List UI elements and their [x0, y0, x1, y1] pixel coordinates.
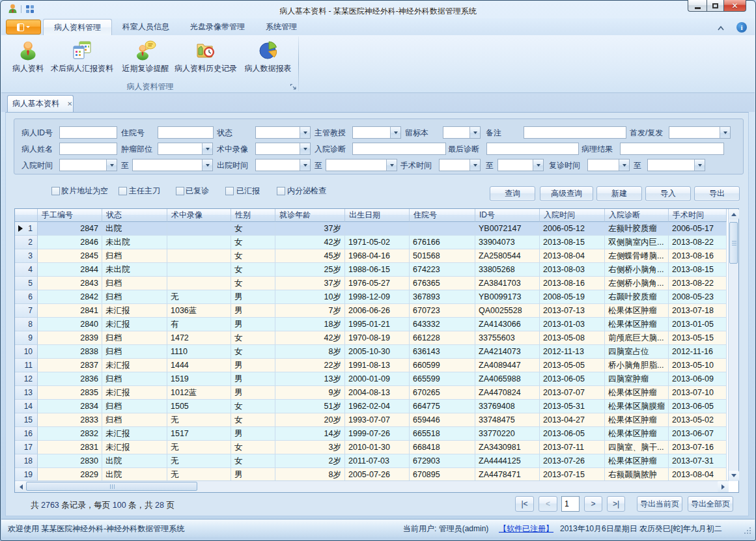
followup-date-from-select[interactable] — [587, 159, 630, 171]
grid-cell[interactable]: 51岁 — [275, 400, 345, 413]
grid-cell[interactable]: ZA4089447 — [475, 359, 540, 372]
grid-cell[interactable]: ZA4478471 — [475, 468, 540, 482]
grid-cell[interactable]: 男 — [231, 386, 275, 400]
grid-cell[interactable]: 33769408 — [475, 400, 540, 413]
grid-cell[interactable]: 右侧桥小脑角... — [605, 263, 669, 277]
grid-cell[interactable]: 2846 — [38, 236, 102, 249]
info-icon[interactable]: i — [736, 22, 747, 33]
row-selector-cell[interactable]: 8 — [15, 318, 38, 331]
grid-cell[interactable]: 2013-07-26 — [540, 454, 605, 468]
grid-cell[interactable]: 1968-04-16 — [345, 249, 410, 263]
grid-cell[interactable]: 643332 — [410, 318, 475, 331]
grid-cell[interactable]: 2013-05-05 — [540, 359, 605, 372]
grid-cell[interactable]: 2013-01-05 — [669, 318, 727, 331]
grid-cell[interactable] — [167, 277, 231, 290]
grid-cell[interactable]: 男 — [231, 318, 275, 331]
grid-cell[interactable] — [167, 236, 231, 249]
grid-cell[interactable]: 2013-01-03 — [540, 318, 605, 331]
chief-surgeon-checkbox[interactable] — [119, 187, 127, 195]
grid-row-9[interactable]: 92839归档1472女42岁1970-08-19661228337556032… — [15, 331, 727, 345]
grid-cell[interactable]: 2岁 — [275, 454, 345, 468]
grid-cell[interactable]: 归档 — [102, 331, 167, 345]
collapse-ribbon-icon[interactable] — [717, 25, 725, 31]
row-selector-cell[interactable]: 19 — [15, 468, 38, 482]
final-diagnosis-field[interactable] — [486, 143, 579, 155]
grid-cell[interactable]: 2013-08-15 — [540, 236, 605, 249]
column-header[interactable]: 入院时间 — [540, 209, 605, 222]
grid-cell[interactable]: 18岁 — [275, 318, 345, 331]
tab-close-icon[interactable]: ✕ — [67, 100, 72, 107]
close-button[interactable]: ✕ — [724, 0, 746, 12]
grid-cell[interactable]: 归档 — [102, 249, 167, 263]
grid-cell[interactable]: 1012蓝 — [167, 386, 231, 400]
registration-status-link[interactable]: 【软件已注册】 — [499, 523, 553, 534]
grid-cell[interactable]: 左侧蝶骨嵴脑... — [605, 249, 669, 263]
discharge-date-from-select[interactable] — [255, 159, 311, 171]
grid-cell[interactable]: 2013-08-15 — [669, 263, 727, 277]
grid-cell[interactable]: 1519 — [167, 372, 231, 386]
grid-cell[interactable]: 左侧桥小脑角... — [605, 277, 669, 290]
horizontal-scrollbar[interactable] — [15, 480, 729, 492]
grid-cell[interactable]: 2006-06-26 — [345, 304, 410, 318]
grid-cell[interactable]: 右颞叶胶质瘤 — [605, 290, 669, 304]
grid-cell[interactable]: 2013-08-16 — [669, 249, 727, 263]
row-selector-cell[interactable]: 6 — [15, 290, 38, 304]
grid-cell[interactable]: ZA4065988 — [475, 372, 540, 386]
grid-cell[interactable]: ZA4214073 — [475, 345, 540, 359]
grid-cell[interactable]: 四脑室肿瘤 — [605, 372, 669, 386]
row-selector-cell[interactable]: 11 — [15, 359, 38, 372]
grid-cell[interactable]: 四脑室、脑干... — [605, 441, 669, 454]
grid-cell[interactable]: 未汇报 — [102, 304, 167, 318]
grid-cell[interactable]: 未出院 — [102, 236, 167, 249]
status-select[interactable] — [255, 126, 311, 139]
combo-dropdown-button[interactable] — [300, 127, 310, 138]
dialog-launcher-icon[interactable] — [290, 83, 297, 90]
grid-cell[interactable]: 1991-08-13 — [345, 359, 410, 372]
grid-cell[interactable]: 女 — [231, 441, 275, 454]
grid-cell[interactable]: 男 — [231, 468, 275, 482]
grid-cell[interactable]: 女 — [231, 345, 275, 359]
vertical-scrollbar[interactable] — [728, 209, 738, 481]
column-header[interactable]: 手工编号 — [38, 209, 102, 222]
grid-cell[interactable]: 归档 — [102, 413, 167, 427]
grid-cell[interactable]: ZA3430981 — [475, 441, 540, 454]
grid-cell[interactable]: 2833 — [38, 413, 102, 427]
grid-cell[interactable]: 2847 — [38, 222, 102, 236]
combo-dropdown-button[interactable] — [720, 127, 730, 138]
grid-cell[interactable]: 1036蓝 — [167, 304, 231, 318]
combo-dropdown-button[interactable] — [106, 160, 117, 171]
ribbon-tab-3[interactable]: 光盘录像带管理 — [180, 19, 255, 35]
grid-cell[interactable]: 501568 — [410, 249, 475, 263]
grid-cell[interactable]: 2006-05-17 — [669, 222, 727, 236]
grid-cell[interactable]: 归档 — [102, 345, 167, 359]
column-header[interactable]: 就诊年龄 — [275, 209, 345, 222]
grid-cell[interactable]: 659446 — [410, 413, 475, 427]
grid-cell[interactable]: 33748475 — [475, 413, 540, 427]
grid-cell[interactable]: 2013-07-31 — [669, 454, 727, 468]
row-selector-header[interactable] — [15, 209, 38, 222]
combo-dropdown-button[interactable] — [694, 160, 705, 171]
patient-id-field[interactable] — [59, 126, 117, 139]
grid-cell[interactable]: 674223 — [410, 263, 475, 277]
scroll-up-button[interactable] — [729, 209, 739, 219]
import-button[interactable]: 导入 — [645, 186, 691, 201]
grid-cell[interactable]: 归档 — [102, 400, 167, 413]
vertical-scroll-thumb[interactable] — [729, 222, 738, 264]
tumor-site-select[interactable] — [158, 143, 213, 155]
specimen-select[interactable] — [443, 126, 481, 139]
combo-dropdown-button[interactable] — [619, 160, 629, 171]
admission-date-from-select[interactable] — [59, 159, 117, 171]
combo-dropdown-button[interactable] — [469, 127, 480, 138]
grid-cell[interactable]: 男 — [231, 372, 275, 386]
onset-recurrence-select[interactable] — [669, 126, 731, 139]
grid-cell[interactable]: 2843 — [38, 277, 102, 290]
grid-cell[interactable]: 25岁 — [275, 263, 345, 277]
reported-checkbox[interactable] — [225, 187, 234, 195]
grid-cell[interactable]: 1995-01-21 — [345, 318, 410, 331]
grid-row-13[interactable]: 132835未汇报1012蓝男9岁2004-08-13670265ZA44708… — [15, 386, 727, 400]
grid-cell[interactable]: 2013-06-07 — [669, 427, 727, 441]
column-header[interactable]: 性别 — [231, 209, 275, 222]
grid-cell[interactable]: 1505 — [167, 400, 231, 413]
grid-cell[interactable]: 672903 — [410, 454, 475, 468]
grid-cell[interactable]: 2840 — [38, 318, 102, 331]
